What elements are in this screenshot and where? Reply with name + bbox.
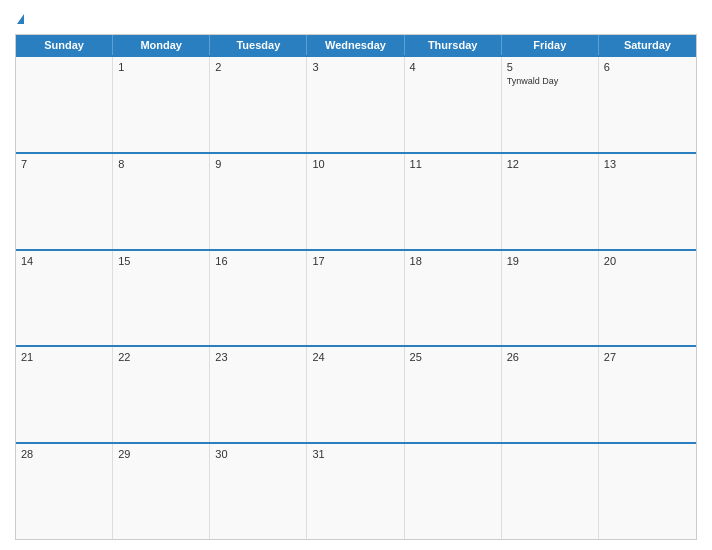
header-cell-wednesday: Wednesday [307,35,404,55]
week-row-3: 14151617181920 [16,249,696,346]
cal-cell: 15 [113,251,210,346]
week-row-4: 21222324252627 [16,345,696,442]
day-number: 28 [21,448,107,460]
day-number: 21 [21,351,107,363]
day-number: 7 [21,158,107,170]
day-number: 27 [604,351,691,363]
day-number: 11 [410,158,496,170]
cal-cell: 13 [599,154,696,249]
cal-cell: 25 [405,347,502,442]
day-number: 16 [215,255,301,267]
cal-cell: 21 [16,347,113,442]
cal-cell: 17 [307,251,404,346]
cal-cell: 27 [599,347,696,442]
cal-cell: 12 [502,154,599,249]
cal-cell [599,444,696,539]
header-cell-sunday: Sunday [16,35,113,55]
calendar-header: SundayMondayTuesdayWednesdayThursdayFrid… [16,35,696,55]
calendar-body: 12345Tynwald Day678910111213141516171819… [16,55,696,539]
cal-cell: 4 [405,57,502,152]
cal-cell [405,444,502,539]
day-number: 2 [215,61,301,73]
day-number: 4 [410,61,496,73]
day-number: 20 [604,255,691,267]
header-cell-thursday: Thursday [405,35,502,55]
cal-cell: 19 [502,251,599,346]
cal-cell: 18 [405,251,502,346]
cal-cell [502,444,599,539]
cal-cell: 23 [210,347,307,442]
cal-cell: 30 [210,444,307,539]
calendar-grid: SundayMondayTuesdayWednesdayThursdayFrid… [15,34,697,540]
cal-cell: 20 [599,251,696,346]
cal-cell: 31 [307,444,404,539]
day-number: 31 [312,448,398,460]
day-number: 6 [604,61,691,73]
day-number: 25 [410,351,496,363]
day-number: 26 [507,351,593,363]
day-number: 10 [312,158,398,170]
cal-cell: 29 [113,444,210,539]
header-cell-monday: Monday [113,35,210,55]
cal-cell: 26 [502,347,599,442]
day-number: 9 [215,158,301,170]
header-cell-tuesday: Tuesday [210,35,307,55]
page-header [15,10,697,26]
day-number: 8 [118,158,204,170]
cal-cell: 11 [405,154,502,249]
day-number: 30 [215,448,301,460]
day-number: 3 [312,61,398,73]
cal-cell: 6 [599,57,696,152]
cal-cell: 1 [113,57,210,152]
cal-cell: 24 [307,347,404,442]
day-number: 12 [507,158,593,170]
cal-cell: 10 [307,154,404,249]
day-number: 23 [215,351,301,363]
cal-cell: 22 [113,347,210,442]
logo [15,10,24,26]
day-number: 24 [312,351,398,363]
calendar-page: SundayMondayTuesdayWednesdayThursdayFrid… [0,0,712,550]
calendar-event: Tynwald Day [507,76,593,86]
header-cell-saturday: Saturday [599,35,696,55]
header-cell-friday: Friday [502,35,599,55]
day-number: 1 [118,61,204,73]
day-number: 5 [507,61,593,73]
week-row-2: 78910111213 [16,152,696,249]
day-number: 13 [604,158,691,170]
logo-general-text [15,10,24,26]
cal-cell: 9 [210,154,307,249]
cal-cell: 2 [210,57,307,152]
day-number: 19 [507,255,593,267]
day-number: 14 [21,255,107,267]
day-number: 17 [312,255,398,267]
day-number: 15 [118,255,204,267]
week-row-5: 28293031 [16,442,696,539]
cal-cell [16,57,113,152]
day-number: 22 [118,351,204,363]
day-number: 18 [410,255,496,267]
week-row-1: 12345Tynwald Day6 [16,55,696,152]
cal-cell: 14 [16,251,113,346]
cal-cell: 16 [210,251,307,346]
logo-triangle-icon [17,14,24,24]
cal-cell: 5Tynwald Day [502,57,599,152]
cal-cell: 7 [16,154,113,249]
cal-cell: 28 [16,444,113,539]
cal-cell: 3 [307,57,404,152]
cal-cell: 8 [113,154,210,249]
day-number: 29 [118,448,204,460]
